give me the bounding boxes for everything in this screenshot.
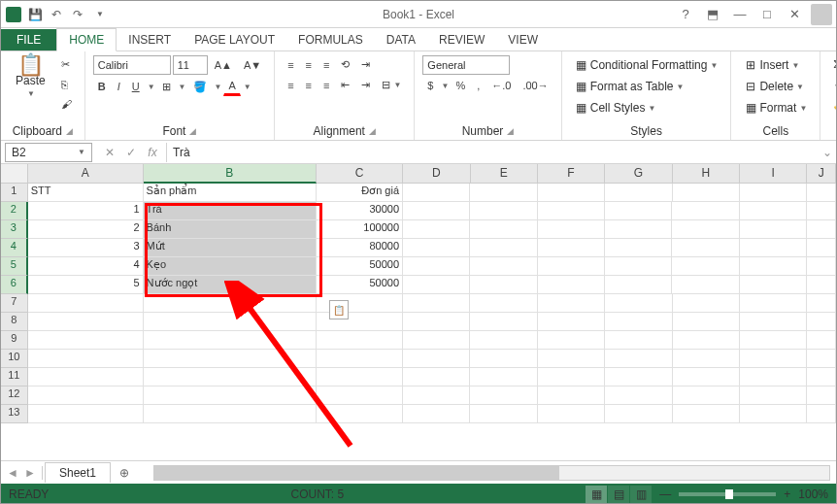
cell-H10[interactable] <box>673 350 740 368</box>
row-header-8[interactable]: 8 <box>1 313 28 331</box>
paste-options-button[interactable]: 📋 <box>329 300 349 319</box>
page-layout-view-button[interactable]: ▤ <box>608 486 629 503</box>
cell-I13[interactable] <box>740 405 807 423</box>
close-button[interactable]: ✕ <box>784 6 805 23</box>
cut-button[interactable]: ✂ <box>56 55 77 74</box>
fill-color-button[interactable]: 🪣 <box>188 78 212 96</box>
tab-data[interactable]: DATA <box>375 29 427 50</box>
minimize-button[interactable]: — <box>729 6 751 23</box>
align-center-button[interactable]: ≡ <box>301 77 317 94</box>
cell-A12[interactable] <box>28 386 144 405</box>
zoom-slider[interactable] <box>679 492 776 496</box>
enter-formula-button[interactable]: ✓ <box>121 143 141 162</box>
orientation-button[interactable]: ⟲ <box>336 55 354 74</box>
conditional-formatting-button[interactable]: ▦Conditional Formatting▼ <box>570 55 723 75</box>
cell-A4[interactable]: 3 <box>28 239 144 257</box>
number-launcher[interactable]: ◢ <box>507 126 514 136</box>
cell-C2[interactable]: 30000 <box>317 202 403 220</box>
tab-view[interactable]: VIEW <box>496 29 550 50</box>
cell-C1[interactable]: Đơn giá <box>317 184 403 202</box>
cell-H2[interactable] <box>672 202 739 220</box>
cell-I10[interactable] <box>740 350 807 368</box>
tab-file[interactable]: FILE <box>1 29 56 50</box>
cell-B9[interactable] <box>144 331 317 350</box>
cell-F13[interactable] <box>538 405 605 423</box>
cell-E6[interactable] <box>470 276 537 294</box>
row-header-10[interactable]: 10 <box>1 350 28 368</box>
cell-D2[interactable] <box>403 202 470 220</box>
cell-G8[interactable] <box>605 313 672 331</box>
font-size-select[interactable] <box>173 55 208 75</box>
underline-button[interactable]: U <box>127 78 145 95</box>
cell-C13[interactable] <box>317 405 403 423</box>
expand-formula-bar[interactable]: ⌄ <box>819 146 836 159</box>
cell-E7[interactable] <box>470 294 537 313</box>
format-painter-button[interactable]: 🖌 <box>56 95 77 113</box>
cell-I12[interactable] <box>740 386 807 405</box>
horizontal-scrollbar[interactable] <box>153 465 830 481</box>
cell-A10[interactable] <box>28 350 144 368</box>
clipboard-launcher[interactable]: ◢ <box>66 126 73 136</box>
cell-G1[interactable] <box>605 184 672 202</box>
align-top-button[interactable]: ≡ <box>283 56 298 74</box>
column-header-F[interactable]: F <box>538 164 605 184</box>
row-header-9[interactable]: 9 <box>1 331 28 350</box>
cell-A9[interactable] <box>28 331 144 350</box>
cell-D7[interactable] <box>403 294 470 313</box>
increase-decimal-button[interactable]: ←.0 <box>486 77 516 94</box>
cell-B7[interactable] <box>144 294 317 313</box>
cell-F9[interactable] <box>538 331 605 350</box>
cell-H4[interactable] <box>672 239 739 257</box>
row-header-5[interactable]: 5 <box>1 257 28 276</box>
cell-F5[interactable] <box>538 257 605 276</box>
cell-H9[interactable] <box>673 331 740 350</box>
cell-F3[interactable] <box>538 220 605 239</box>
column-header-E[interactable]: E <box>471 164 538 184</box>
row-header-4[interactable]: 4 <box>1 239 28 257</box>
cell-J9[interactable] <box>807 331 836 350</box>
zoom-in-button[interactable]: + <box>784 487 790 501</box>
cancel-formula-button[interactable]: ✕ <box>100 143 119 162</box>
cell-A7[interactable] <box>28 294 144 313</box>
cell-C5[interactable]: 50000 <box>317 257 403 276</box>
cell-H6[interactable] <box>672 276 739 294</box>
add-sheet-button[interactable]: ⊕ <box>115 466 134 480</box>
maximize-button[interactable]: □ <box>756 6 778 23</box>
cell-I9[interactable] <box>740 331 807 350</box>
cell-C4[interactable]: 80000 <box>317 239 403 257</box>
bold-button[interactable]: B <box>93 78 111 95</box>
autosum-button[interactable]: Σ <box>828 55 837 73</box>
number-format-select[interactable] <box>422 55 510 75</box>
paste-button[interactable]: 📋 Paste ▼ <box>9 55 52 101</box>
cell-A11[interactable] <box>28 368 144 386</box>
cell-I8[interactable] <box>740 313 807 331</box>
cell-A6[interactable]: 5 <box>28 276 144 294</box>
format-cells-button[interactable]: ▦Format▼ <box>739 98 812 118</box>
cell-I5[interactable] <box>740 257 807 276</box>
percent-button[interactable]: % <box>451 77 470 94</box>
cell-F7[interactable] <box>538 294 605 313</box>
fx-button[interactable]: fx <box>143 143 162 162</box>
sheet-nav-next[interactable]: ► <box>22 466 38 480</box>
column-header-A[interactable]: A <box>28 164 144 184</box>
row-header-12[interactable]: 12 <box>1 386 28 405</box>
cell-F10[interactable] <box>538 350 605 368</box>
cell-J7[interactable] <box>807 294 836 313</box>
sheet-tab-1[interactable]: Sheet1 <box>45 462 111 483</box>
row-header-3[interactable]: 3 <box>1 220 28 239</box>
align-bottom-button[interactable]: ≡ <box>318 56 334 74</box>
cell-A13[interactable] <box>28 405 144 423</box>
cell-J11[interactable] <box>807 368 836 386</box>
page-break-view-button[interactable]: ▥ <box>630 486 652 503</box>
wrap-text-button[interactable]: ⇥ <box>356 55 375 74</box>
merge-button[interactable]: ⊟▼ <box>377 76 406 94</box>
cell-A3[interactable]: 2 <box>28 220 144 239</box>
cell-G12[interactable] <box>605 386 672 405</box>
cell-H8[interactable] <box>673 313 740 331</box>
cell-J5[interactable] <box>807 257 836 276</box>
cell-C12[interactable] <box>317 386 403 405</box>
cell-B11[interactable] <box>144 368 317 386</box>
cell-E10[interactable] <box>470 350 537 368</box>
cell-E5[interactable] <box>470 257 537 276</box>
cell-B10[interactable] <box>144 350 317 368</box>
